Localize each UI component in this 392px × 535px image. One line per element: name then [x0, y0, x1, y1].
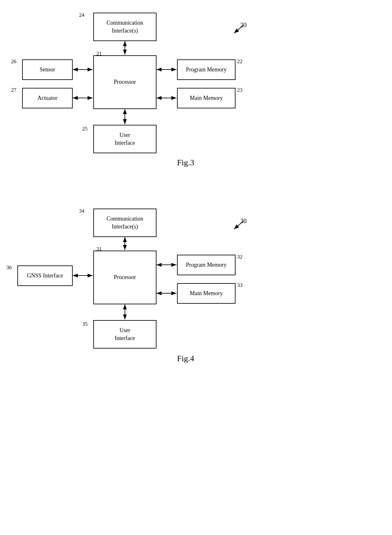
fig3-ref-26: 26 — [11, 58, 16, 65]
fig4-processor-label: Processor — [114, 273, 136, 281]
fig3-main-memory-box: Main Memory — [177, 88, 236, 108]
fig4-program-memory-label: Program Memory — [186, 261, 226, 269]
fig4-title: Fig.4 — [177, 354, 194, 363]
fig4-comm-interface-box: CommunicationInterface(s) — [93, 209, 156, 237]
fig3-sensor-label: Sensor — [40, 66, 55, 74]
fig3-processor-box: Processor — [93, 55, 156, 109]
fig3-actuator-label: Actuator — [38, 94, 58, 102]
fig3-program-memory-label: Program Memory — [186, 66, 226, 74]
fig4-gnss-interface-label: GNSS Interface — [27, 272, 63, 280]
fig3-comm-interface-label: CommunicationInterface(s) — [107, 19, 143, 35]
fig3-ref-23: 23 — [237, 87, 242, 93]
fig4-ref-34: 34 — [79, 208, 84, 214]
fig3-ref-25: 25 — [82, 126, 88, 132]
fig4-main-memory-label: Main Memory — [190, 289, 223, 297]
fig4-ref-31: 31 — [96, 246, 102, 252]
fig4-ref-30: 30 — [240, 217, 247, 225]
fig4-user-interface-label: UserInterface — [115, 326, 135, 342]
fig3-comm-interface-box: CommunicationInterface(s) — [93, 13, 156, 41]
fig4-gnss-interface-box: GNSS Interface — [17, 265, 73, 286]
fig3-ref-27: 27 — [11, 87, 16, 93]
fig4-program-memory-box: Program Memory — [177, 255, 236, 275]
fig3-ref-22: 22 — [237, 58, 242, 65]
fig3-title: Fig.3 — [177, 158, 194, 167]
fig3-sensor-box: Sensor — [22, 59, 73, 80]
fig4-processor-box: Processor — [93, 251, 156, 304]
fig3-user-interface-label: UserInterface — [115, 131, 135, 147]
fig4-ref-33: 33 — [237, 282, 242, 289]
fig3-actuator-box: Actuator — [22, 88, 73, 108]
fig3-user-interface-box: UserInterface — [93, 125, 156, 153]
fig4-ref-32: 32 — [237, 254, 242, 260]
fig3-ref-20: 20 — [240, 21, 247, 29]
fig4-user-interface-box: UserInterface — [93, 320, 156, 349]
fig4-comm-interface-label: CommunicationInterface(s) — [107, 215, 143, 231]
fig3-main-memory-label: Main Memory — [190, 94, 223, 102]
fig4-main-memory-box: Main Memory — [177, 283, 236, 304]
fig3-ref-24: 24 — [79, 12, 84, 18]
fig4-ref-36: 36 — [6, 264, 12, 271]
diagram-container: CommunicationInterface(s) 24 Processor 2… — [0, 0, 392, 535]
fig4-ref-35: 35 — [82, 321, 88, 327]
fig3-processor-label: Processor — [114, 78, 136, 86]
fig3-ref-21: 21 — [96, 51, 102, 57]
fig3-program-memory-box: Program Memory — [177, 59, 236, 80]
